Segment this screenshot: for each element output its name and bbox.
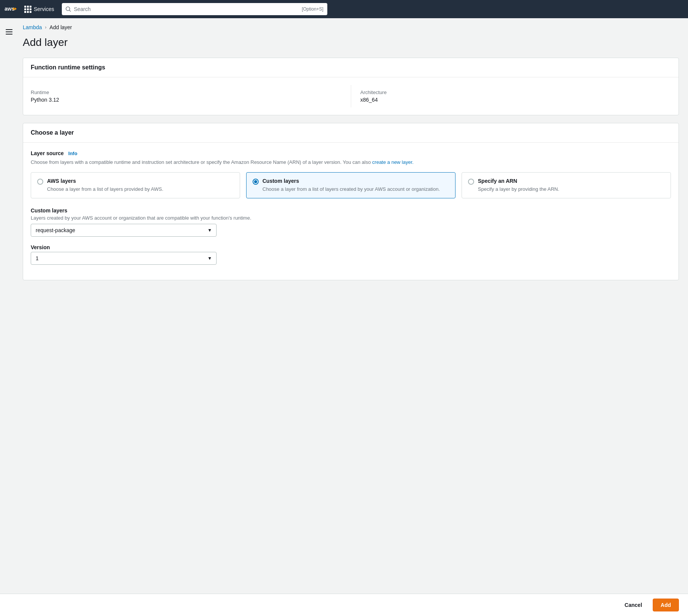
- version-select-wrapper: 1 ▼: [31, 252, 217, 265]
- version-select[interactable]: 1: [31, 252, 217, 265]
- svg-marker-1: [15, 8, 17, 11]
- runtime-settings-card: Function runtime settings Runtime Python…: [23, 58, 679, 115]
- choose-layer-card: Choose a layer Layer source Info Choose …: [23, 123, 679, 280]
- svg-line-4: [69, 10, 71, 11]
- sidebar-toggle[interactable]: [0, 23, 18, 41]
- architecture-value: x86_64: [360, 97, 671, 103]
- runtime-label: Runtime: [31, 90, 351, 95]
- runtime-card-header: Function runtime settings: [23, 58, 679, 77]
- search-input[interactable]: [74, 6, 299, 12]
- layer-source-options: AWS layers Choose a layer from a list of…: [31, 172, 671, 199]
- add-button[interactable]: Add: [653, 599, 679, 611]
- breadcrumb: Lambda › Add layer: [23, 24, 679, 30]
- search-bar[interactable]: [Option+S]: [62, 3, 327, 15]
- layer-source-info-link[interactable]: Info: [68, 151, 77, 156]
- choose-layer-card-header: Choose a layer: [23, 123, 679, 143]
- radio-btn-aws-layers: [37, 179, 43, 185]
- radio-option-custom-layers-content: Custom layers Choose a layer from a list…: [262, 178, 449, 193]
- runtime-value: Python 3.12: [31, 97, 351, 103]
- top-nav: aws Services [Option+S]: [0, 0, 688, 18]
- breadcrumb-separator: ›: [45, 25, 47, 30]
- version-field: Version 1 ▼: [31, 244, 671, 265]
- custom-layers-sublabel: Layers created by your AWS account or or…: [31, 215, 671, 221]
- architecture-label: Architecture: [360, 90, 671, 95]
- custom-layers-select[interactable]: request-package: [31, 224, 217, 237]
- layer-source-row: Layer source Info: [31, 150, 671, 156]
- radio-option-aws-layers-desc: Choose a layer from a list of layers pro…: [47, 185, 234, 193]
- hamburger-icon: [6, 29, 13, 35]
- aws-logo[interactable]: aws: [5, 5, 17, 13]
- radio-option-specify-arn-desc: Specify a layer by providing the ARN.: [478, 185, 664, 193]
- version-label: Version: [31, 244, 671, 250]
- choose-layer-card-title: Choose a layer: [31, 129, 74, 136]
- radio-option-aws-layers-content: AWS layers Choose a layer from a list of…: [47, 178, 234, 193]
- architecture-cell: Architecture x86_64: [351, 85, 671, 107]
- custom-layers-select-wrapper: request-package ▼: [31, 224, 217, 237]
- cancel-button[interactable]: Cancel: [619, 599, 648, 611]
- footer-actions: Cancel Add: [0, 594, 688, 616]
- grid-icon: [24, 6, 31, 13]
- layer-source-label: Layer source: [31, 150, 64, 156]
- choose-layer-card-body: Layer source Info Choose from layers wit…: [23, 143, 679, 280]
- radio-option-aws-layers[interactable]: AWS layers Choose a layer from a list of…: [31, 172, 240, 199]
- runtime-card-body: Runtime Python 3.12 Architecture x86_64: [23, 77, 679, 115]
- page-title: Add layer: [23, 36, 679, 49]
- custom-layers-field: Custom layers Layers created by your AWS…: [31, 207, 671, 237]
- layer-source-desc: Choose from layers with a compatible run…: [31, 159, 671, 166]
- search-shortcut: [Option+S]: [302, 6, 324, 12]
- radio-option-aws-layers-title: AWS layers: [47, 178, 234, 184]
- breadcrumb-current: Add layer: [50, 24, 72, 30]
- radio-btn-specify-arn: [468, 179, 474, 185]
- radio-option-custom-layers[interactable]: Custom layers Choose a layer from a list…: [246, 172, 456, 199]
- services-label: Services: [34, 6, 54, 12]
- radio-option-specify-arn[interactable]: Specify an ARN Specify a layer by provid…: [462, 172, 671, 199]
- custom-layers-label: Custom layers: [31, 207, 671, 214]
- radio-option-specify-arn-content: Specify an ARN Specify a layer by provid…: [478, 178, 664, 193]
- runtime-card-title: Function runtime settings: [31, 64, 105, 71]
- runtime-grid: Runtime Python 3.12 Architecture x86_64: [31, 85, 671, 107]
- radio-option-custom-layers-desc: Choose a layer from a list of layers cre…: [262, 185, 449, 193]
- create-new-layer-link[interactable]: create a new layer.: [372, 159, 413, 165]
- runtime-cell: Runtime Python 3.12: [31, 85, 351, 107]
- radio-option-specify-arn-title: Specify an ARN: [478, 178, 664, 184]
- main-content: Lambda › Add layer Add layer Function ru…: [0, 18, 688, 616]
- nav-services-button[interactable]: Services: [21, 4, 57, 14]
- radio-btn-custom-layers: [253, 179, 259, 185]
- search-icon: [66, 6, 71, 12]
- radio-option-custom-layers-title: Custom layers: [262, 178, 449, 184]
- breadcrumb-parent-link[interactable]: Lambda: [23, 24, 42, 30]
